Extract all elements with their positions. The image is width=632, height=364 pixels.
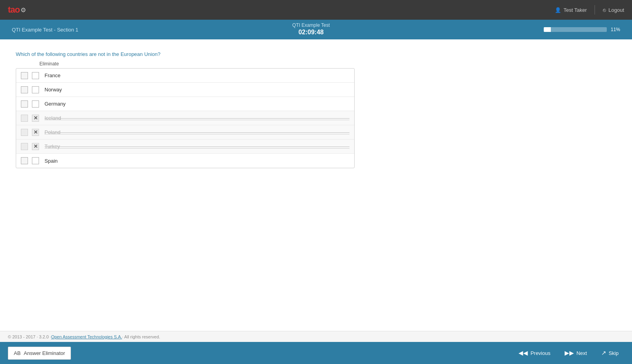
nav-right: 👤 Test Taker ⎋ Logout <box>555 5 624 15</box>
main-content: Which of the following countries are not… <box>0 39 632 307</box>
logout-icon: ⎋ <box>603 7 606 13</box>
user-icon: 👤 <box>555 7 561 13</box>
answer-eliminate-checkbox[interactable]: ✕ <box>32 143 39 150</box>
timer-area: QTI Example Test 02:09:48 <box>292 22 330 37</box>
timer-display: 02:09:48 <box>292 28 330 37</box>
column-label: Eliminate <box>39 61 616 67</box>
section-label: QTI Example Test - Section 1 <box>12 27 78 33</box>
test-name: QTI Example Test <box>292 22 330 29</box>
answer-select-checkbox[interactable] <box>21 72 28 79</box>
answer-eliminate-checkbox[interactable]: ✕ <box>32 115 39 122</box>
sub-header: QTI Example Test - Section 1 QTI Example… <box>0 20 632 39</box>
answer-select-checkbox <box>21 115 28 122</box>
answer-label: Germany <box>45 101 349 107</box>
answer-select-checkbox[interactable] <box>21 86 28 93</box>
answer-row: France <box>16 69 354 83</box>
answer-row: ✕Turkey <box>16 139 354 154</box>
answer-select-checkbox <box>21 129 28 136</box>
question-text: Which of the following countries are not… <box>16 51 616 57</box>
answer-row: Norway <box>16 83 354 97</box>
answer-label: Spain <box>45 158 349 164</box>
logo-area: tao ⚙ <box>8 5 26 15</box>
logo-text: tao <box>8 5 20 15</box>
answer-eliminate-checkbox[interactable] <box>32 72 39 79</box>
answer-row: Spain <box>16 154 354 168</box>
answer-table: FranceNorwayGermany✕Iceland✕Poland✕Turke… <box>16 68 355 168</box>
answer-row: ✕Iceland <box>16 111 354 125</box>
answer-select-checkbox[interactable] <box>21 157 28 164</box>
answer-eliminate-checkbox[interactable]: ✕ <box>32 129 39 136</box>
top-navigation: tao ⚙ 👤 Test Taker ⎋ Logout <box>0 0 632 20</box>
answer-label: France <box>45 72 349 78</box>
answer-label-eliminated: Poland <box>45 129 349 135</box>
answer-label-eliminated: Turkey <box>45 143 349 149</box>
logout-label: Logout <box>608 7 624 13</box>
answer-eliminate-checkbox[interactable] <box>32 86 39 93</box>
progress-area: 11% <box>544 27 620 32</box>
answer-eliminate-checkbox[interactable] <box>32 100 39 108</box>
answer-eliminate-checkbox[interactable] <box>32 157 39 164</box>
nav-divider <box>595 5 595 15</box>
answer-row: ✕Poland <box>16 125 354 139</box>
progress-bar <box>544 27 607 32</box>
user-label: Test Taker <box>563 7 587 13</box>
logout-button[interactable]: ⎋ Logout <box>603 7 624 13</box>
answer-label-eliminated: Iceland <box>45 115 349 121</box>
progress-bar-fill <box>544 27 551 32</box>
answer-label: Norway <box>45 87 349 93</box>
user-menu[interactable]: 👤 Test Taker <box>555 7 587 13</box>
answer-row: Germany <box>16 97 354 111</box>
progress-percent: 11% <box>611 27 620 32</box>
answer-select-checkbox <box>21 143 28 150</box>
answer-select-checkbox[interactable] <box>21 100 28 108</box>
logo-icon: ⚙ <box>20 6 26 14</box>
